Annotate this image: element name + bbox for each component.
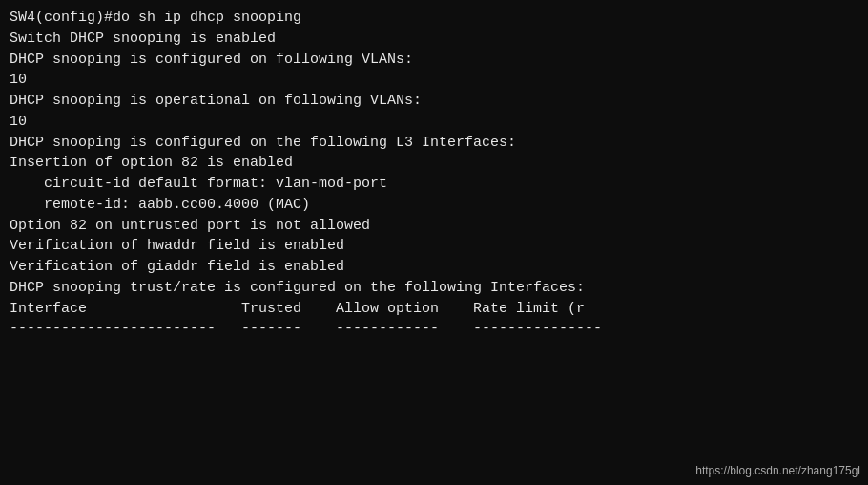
terminal-line: 10	[10, 112, 858, 133]
terminal-line: Option 82 on untrusted port is not allow…	[10, 216, 858, 237]
terminal-line: Interface Trusted Allow option Rate limi…	[10, 299, 858, 320]
terminal-line: ------------------------ ------- -------…	[10, 319, 858, 340]
terminal-output: SW4(config)#do sh ip dhcp snoopingSwitch…	[10, 8, 858, 340]
terminal-line: 10	[10, 70, 858, 91]
terminal-line: circuit-id default format: vlan-mod-port	[10, 174, 858, 195]
terminal-line: Insertion of option 82 is enabled	[10, 153, 858, 174]
terminal-line: SW4(config)#do sh ip dhcp snooping	[10, 8, 858, 29]
terminal-line: Switch DHCP snooping is enabled	[10, 29, 858, 50]
terminal-line: DHCP snooping is configured on following…	[10, 50, 858, 71]
watermark: https://blog.csdn.net/zhang175gl	[695, 464, 860, 477]
terminal-window: SW4(config)#do sh ip dhcp snoopingSwitch…	[0, 0, 868, 485]
terminal-line: Verification of hwaddr field is enabled	[10, 236, 858, 257]
terminal-line: DHCP snooping is configured on the follo…	[10, 133, 858, 154]
terminal-line: DHCP snooping is operational on followin…	[10, 91, 858, 112]
terminal-line: Verification of giaddr field is enabled	[10, 257, 858, 278]
terminal-line: remote-id: aabb.cc00.4000 (MAC)	[10, 195, 858, 216]
terminal-line: DHCP snooping trust/rate is configured o…	[10, 278, 858, 299]
